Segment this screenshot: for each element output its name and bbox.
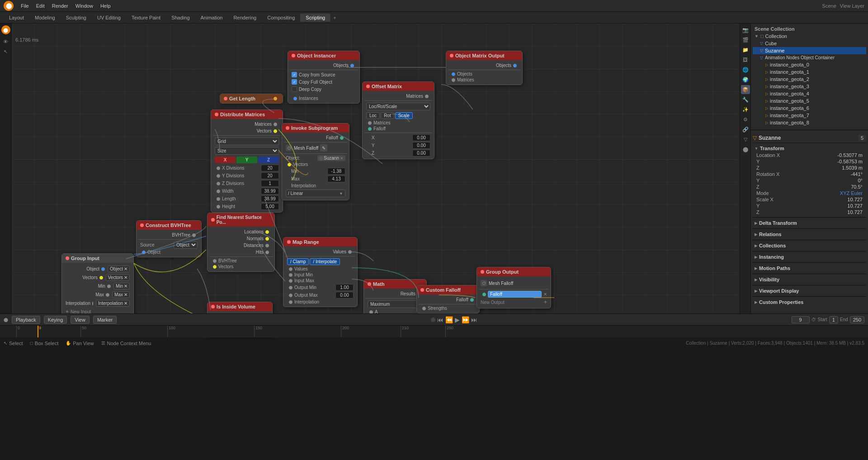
mesh-falloff-edit-btn[interactable]: ✎ xyxy=(320,144,327,152)
socket-object-out[interactable] xyxy=(101,267,105,271)
socket-interp-out[interactable] xyxy=(92,302,93,305)
socket-bvh-out[interactable] xyxy=(192,233,196,237)
play-btn[interactable]: ▶ xyxy=(455,316,460,323)
tab-compositing[interactable]: Compositing xyxy=(262,14,300,22)
tag-close[interactable]: ✕ xyxy=(124,266,127,271)
socket-vectors-out[interactable] xyxy=(99,276,103,280)
tree-cube[interactable]: ▽ Cube xyxy=(753,40,866,47)
socket-bvh-in[interactable] xyxy=(213,259,217,263)
motion-paths-title[interactable]: ▶ Motion Paths xyxy=(755,265,864,272)
tab-rendering[interactable]: Rendering xyxy=(228,14,262,22)
view-icon[interactable]: 👁 xyxy=(1,37,10,46)
output-min-value[interactable]: 1.00 xyxy=(335,284,354,291)
rotation-x-value[interactable]: -441° xyxy=(826,171,863,177)
keying-btn[interactable]: Keying xyxy=(44,316,67,324)
scale-z-value[interactable]: 10.727 xyxy=(826,209,863,215)
source-select[interactable]: Object xyxy=(174,241,198,249)
instancing-title[interactable]: ▶ Instancing xyxy=(755,253,864,261)
new-output-row[interactable]: New Output + xyxy=(479,298,549,306)
icon-world[interactable]: 🌍 xyxy=(741,75,750,84)
falloff-close[interactable]: ✕ xyxy=(543,292,547,297)
socket-max-out[interactable] xyxy=(106,293,109,297)
icon-particles[interactable]: ✨ xyxy=(741,105,750,114)
socket-falloff-out[interactable] xyxy=(470,298,474,302)
socket-matrices-in[interactable] xyxy=(452,78,455,82)
tab-modeling[interactable]: Modeling xyxy=(29,14,61,22)
socket-input-max[interactable] xyxy=(289,279,292,283)
socket-falloff-out[interactable] xyxy=(340,136,344,140)
tab-shading[interactable]: Shading xyxy=(166,14,195,22)
interpolate-btn[interactable]: / Interpolate xyxy=(310,258,340,265)
loc-tab[interactable]: Loc xyxy=(366,112,380,119)
tab-texture-paint[interactable]: Texture Paint xyxy=(126,14,166,22)
output-max-value[interactable]: 0.00 xyxy=(335,292,354,299)
icon-physics[interactable]: ⚙ xyxy=(741,115,750,124)
socket-loc[interactable] xyxy=(265,230,269,234)
menu-help[interactable]: Help xyxy=(97,2,114,9)
falloff-field[interactable]: Falloff xyxy=(488,291,542,298)
socket-min-out[interactable] xyxy=(107,285,111,288)
x-btn[interactable]: X xyxy=(215,156,236,163)
object-close[interactable]: ✕ xyxy=(340,156,344,161)
transform-title[interactable]: ▼ Transform xyxy=(755,145,864,152)
relations-title[interactable]: ▶ Relations xyxy=(755,231,864,238)
mesh-falloff-label[interactable]: Mesh Falloff xyxy=(294,146,318,151)
socket-object[interactable] xyxy=(142,251,146,254)
socket-dist[interactable] xyxy=(265,244,269,247)
select-icon[interactable]: ↖ xyxy=(1,47,10,56)
icon-view-layer[interactable]: 🖼 xyxy=(741,55,750,64)
interp-select[interactable]: / Linear ▼ xyxy=(286,190,345,197)
rot-tab[interactable]: Rot xyxy=(381,112,394,119)
skip-end-btn[interactable]: ⏭ xyxy=(471,316,477,323)
grid-select[interactable]: Grid xyxy=(215,138,279,145)
scale-y-value[interactable]: 10.727 xyxy=(826,203,863,209)
tab-sculpting[interactable]: Sculpting xyxy=(61,14,92,22)
custom-properties-title[interactable]: ▶ Custom Properties xyxy=(755,299,864,306)
tag-close[interactable]: ✕ xyxy=(124,301,127,306)
location-x-value[interactable]: -0.53077 m xyxy=(826,152,863,158)
socket-instances[interactable] xyxy=(293,97,297,100)
tab-animation[interactable]: Animation xyxy=(195,14,228,22)
icon-data[interactable]: ▽ xyxy=(741,135,750,144)
z-btn[interactable]: Z xyxy=(258,156,279,163)
icon-scene[interactable]: 📷 xyxy=(741,25,750,34)
socket-falloff-in[interactable] xyxy=(368,127,372,131)
object-selector[interactable]: Suzann ✕ xyxy=(317,155,345,161)
max-value[interactable]: 4.13 xyxy=(327,175,345,182)
socket-getlength-out[interactable] xyxy=(274,97,277,100)
socket-height[interactable] xyxy=(217,205,220,209)
height-value[interactable]: 5.00 xyxy=(261,203,279,210)
clamp-btn[interactable]: / Clamp xyxy=(287,258,309,265)
tag-close[interactable]: ✕ xyxy=(124,292,127,297)
delta-transform-title[interactable]: ▶ Delta Transform xyxy=(755,219,864,227)
width-value[interactable]: 38.99 xyxy=(261,188,279,194)
current-frame[interactable]: 9 xyxy=(792,316,810,323)
socket-matrices-out[interactable] xyxy=(274,123,277,126)
tab-uv-editing[interactable]: UV Editing xyxy=(92,14,126,22)
tab-layout[interactable]: Layout xyxy=(4,14,29,22)
icon-material[interactable]: ⬤ xyxy=(741,145,750,154)
tree-instance-8[interactable]: ▷ instance_geota_8 xyxy=(753,119,866,126)
socket-interp[interactable] xyxy=(289,300,292,304)
socket-vectors[interactable] xyxy=(288,163,291,166)
visibility-title[interactable]: ▶ Visibility xyxy=(755,276,864,283)
size-select[interactable]: Size xyxy=(215,147,279,155)
tag-close[interactable]: ✕ xyxy=(124,284,127,289)
socket-vectors-in[interactable] xyxy=(213,265,217,269)
socket-hits[interactable] xyxy=(265,251,269,254)
socket-falloff-in[interactable] xyxy=(482,293,486,296)
icon-modifier[interactable]: 🔧 xyxy=(741,95,750,104)
mesh-falloff-label[interactable]: Mesh Falloff xyxy=(489,281,513,286)
tab-scripting[interactable]: Scripting xyxy=(300,14,330,22)
rotation-y-value[interactable]: 0° xyxy=(826,178,863,183)
view-btn[interactable]: View xyxy=(71,316,90,324)
record-btn[interactable] xyxy=(431,318,435,322)
min-value[interactable]: -1.38 xyxy=(327,168,345,175)
length-value[interactable]: 38.99 xyxy=(261,195,279,202)
tree-suzanne[interactable]: ▽ Suzanne xyxy=(753,47,866,54)
scale-tab[interactable]: Scale xyxy=(395,112,413,119)
socket-output-max[interactable] xyxy=(289,294,292,297)
socket-values-in[interactable] xyxy=(289,267,292,271)
tree-instance-6[interactable]: ▷ instance_geota_6 xyxy=(753,104,866,112)
icon-object[interactable]: 📦 xyxy=(741,85,750,94)
